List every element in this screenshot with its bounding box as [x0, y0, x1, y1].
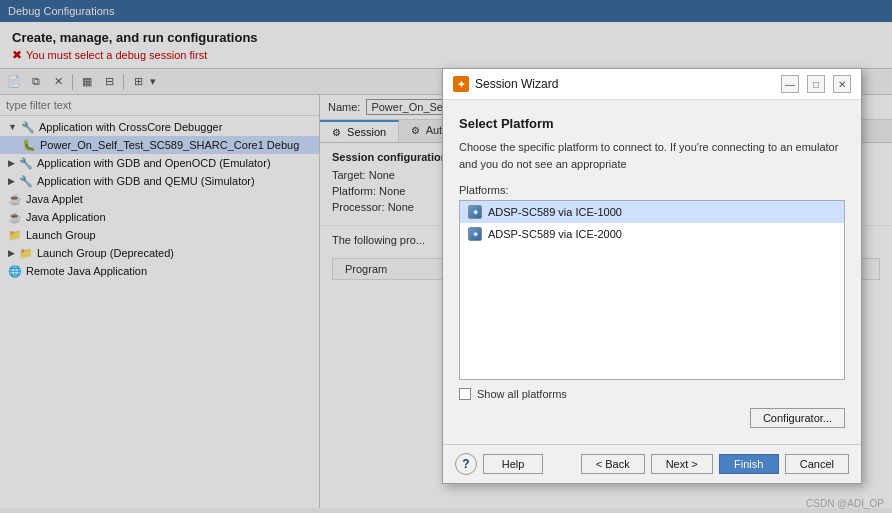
dialog-heading: Select Platform: [459, 116, 845, 131]
dialog-footer: ? Help < Back Next > Finish Cancel: [443, 444, 861, 483]
dialog-titlebar: ✦ Session Wizard — □ ✕: [443, 69, 861, 100]
platform-ice1000-label: ADSP-SC589 via ICE-1000: [488, 206, 622, 218]
finish-button[interactable]: Finish: [719, 454, 779, 474]
dialog-minimize-button[interactable]: —: [781, 75, 799, 93]
platform-item-ice1000[interactable]: ◈ ADSP-SC589 via ICE-1000: [460, 201, 844, 223]
show-all-checkbox[interactable]: [459, 388, 471, 400]
show-all-label: Show all platforms: [477, 388, 567, 400]
back-button[interactable]: < Back: [581, 454, 645, 474]
dialog-content: Select Platform Choose the specific plat…: [443, 100, 861, 444]
watermark: CSDN @ADI_OP: [806, 498, 884, 509]
help-button[interactable]: ?: [455, 453, 477, 475]
main-window: Debug Configurations Create, manage, and…: [0, 0, 892, 513]
platform-ice2000-label: ADSP-SC589 via ICE-2000: [488, 228, 622, 240]
dialog-title-icon: ✦: [453, 76, 469, 92]
dialog-title-text: Session Wizard: [475, 77, 773, 91]
dialog-close-button[interactable]: ✕: [833, 75, 851, 93]
help-text-button[interactable]: Help: [483, 454, 543, 474]
platform-item-ice2000[interactable]: ◈ ADSP-SC589 via ICE-2000: [460, 223, 844, 245]
session-wizard-dialog: ✦ Session Wizard — □ ✕ Select Platform C…: [442, 68, 862, 484]
dialog-maximize-button[interactable]: □: [807, 75, 825, 93]
configurator-row: Configurator...: [459, 404, 845, 436]
platform-ice2000-icon: ◈: [468, 227, 482, 241]
platforms-label: Platforms:: [459, 184, 845, 196]
next-button[interactable]: Next >: [651, 454, 713, 474]
cancel-button[interactable]: Cancel: [785, 454, 849, 474]
platforms-list: ◈ ADSP-SC589 via ICE-1000 ◈ ADSP-SC589 v…: [459, 200, 845, 380]
platform-ice1000-icon: ◈: [468, 205, 482, 219]
configurator-button[interactable]: Configurator...: [750, 408, 845, 428]
show-all-row: Show all platforms: [459, 380, 845, 404]
dialog-description: Choose the specific platform to connect …: [459, 139, 845, 172]
dialog-overlay: ✦ Session Wizard — □ ✕ Select Platform C…: [0, 0, 892, 513]
